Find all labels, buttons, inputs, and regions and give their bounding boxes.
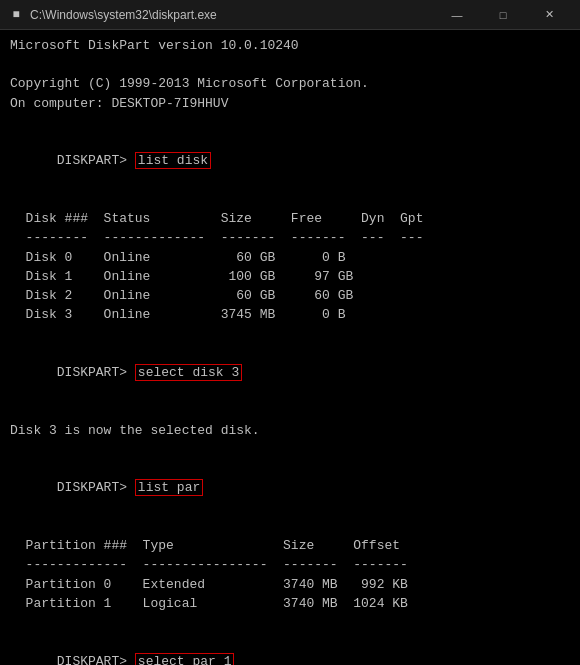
blank-6 bbox=[10, 440, 570, 459]
select-disk-msg: Disk 3 is now the selected disk. bbox=[10, 421, 570, 440]
minimize-button[interactable]: — bbox=[434, 0, 480, 30]
cmd-line-3: DISKPART> list par bbox=[10, 459, 570, 517]
disk-1-row: Disk 1 Online 100 GB 97 GB bbox=[10, 267, 570, 286]
partition-1-row: Partition 1 Logical 3740 MB 1024 KB bbox=[10, 594, 570, 613]
blank-3 bbox=[10, 190, 570, 209]
blank-8 bbox=[10, 613, 570, 632]
title-bar-text: C:\Windows\system32\diskpart.exe bbox=[30, 8, 434, 22]
version-line: Microsoft DiskPart version 10.0.10240 bbox=[10, 36, 570, 55]
computer-line: On computer: DESKTOP-7I9HHUV bbox=[10, 94, 570, 113]
blank-7 bbox=[10, 517, 570, 536]
prompt-1: DISKPART> bbox=[57, 153, 135, 168]
terminal-content[interactable]: Microsoft DiskPart version 10.0.10240 Co… bbox=[0, 30, 580, 665]
disk-0-row: Disk 0 Online 60 GB 0 B bbox=[10, 248, 570, 267]
close-button[interactable]: ✕ bbox=[526, 0, 572, 30]
disk-table-header: Disk ### Status Size Free Dyn Gpt bbox=[10, 209, 570, 228]
part-table-sep: ------------- ---------------- ------- -… bbox=[10, 555, 570, 574]
title-bar: ■ C:\Windows\system32\diskpart.exe — □ ✕ bbox=[0, 0, 580, 30]
cmd-line-4: DISKPART> select par 1 bbox=[10, 632, 570, 665]
partition-0-row: Partition 0 Extended 3740 MB 992 KB bbox=[10, 575, 570, 594]
disk-3-row: Disk 3 Online 3745 MB 0 B bbox=[10, 305, 570, 324]
cmd-line-1: DISKPART> list disk bbox=[10, 132, 570, 190]
command-4: select par 1 bbox=[135, 653, 235, 666]
part-table-header: Partition ### Type Size Offset bbox=[10, 536, 570, 555]
prompt-2: DISKPART> bbox=[57, 365, 135, 380]
blank-1 bbox=[10, 55, 570, 74]
command-3: list par bbox=[135, 479, 203, 496]
maximize-button[interactable]: □ bbox=[480, 0, 526, 30]
disk-table-sep: -------- ------------- ------- ------- -… bbox=[10, 228, 570, 247]
command-2: select disk 3 bbox=[135, 364, 242, 381]
prompt-3: DISKPART> bbox=[57, 480, 135, 495]
terminal-window: ■ C:\Windows\system32\diskpart.exe — □ ✕… bbox=[0, 0, 580, 665]
window-icon: ■ bbox=[8, 7, 24, 23]
blank-5 bbox=[10, 401, 570, 420]
prompt-4: DISKPART> bbox=[57, 654, 135, 666]
cmd-line-2: DISKPART> select disk 3 bbox=[10, 344, 570, 402]
window-controls: — □ ✕ bbox=[434, 0, 572, 30]
blank-4 bbox=[10, 325, 570, 344]
blank-2 bbox=[10, 113, 570, 132]
copyright-line: Copyright (C) 1999-2013 Microsoft Corpor… bbox=[10, 74, 570, 93]
command-1: list disk bbox=[135, 152, 211, 169]
disk-2-row: Disk 2 Online 60 GB 60 GB bbox=[10, 286, 570, 305]
